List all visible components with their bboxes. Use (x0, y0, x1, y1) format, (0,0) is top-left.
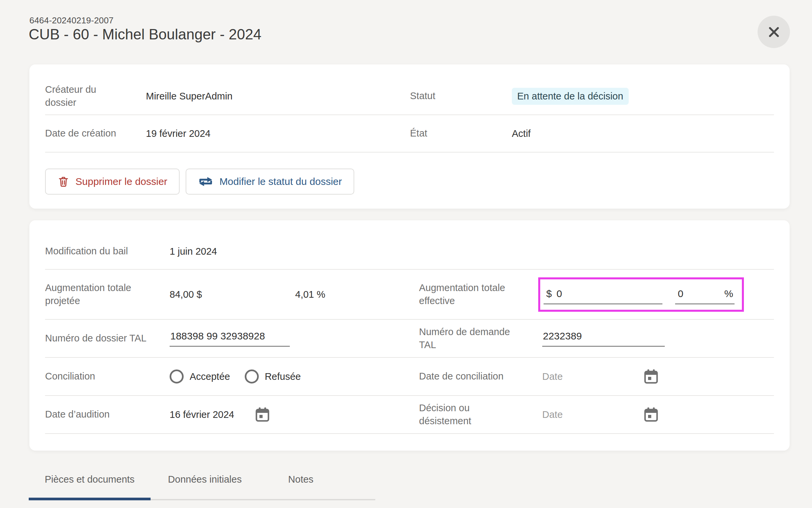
radio-refusee-label: Refusée (265, 371, 301, 382)
row-augmentation: Augmentation totale projetée 84,00 $ 4,0… (45, 270, 774, 320)
calendar-icon (643, 369, 659, 384)
radio-circle-icon (170, 370, 184, 383)
augmentation-projetee-percent: 4,01 % (295, 289, 325, 300)
status-badge: En attente de la décision (512, 88, 629, 105)
info-card: Créateur du dossier Mireille SuperAdmin … (29, 65, 789, 209)
etat-label: État (410, 127, 512, 140)
delete-dossier-button[interactable]: Supprimer le dossier (45, 169, 179, 195)
augmentation-effective-highlight-box: $ 0 0 % (538, 278, 744, 312)
date-audition-calendar-button[interactable] (255, 407, 270, 422)
conciliation-label: Conciliation (45, 370, 170, 383)
delete-dossier-label: Supprimer le dossier (76, 176, 167, 187)
effective-amount-value: 0 (557, 288, 562, 299)
effective-percent-input[interactable]: 0 % (675, 288, 735, 304)
row-modification-bail: Modification du bail 1 juin 2024 (45, 234, 774, 270)
dollar-prefix: $ (546, 288, 552, 299)
dossier-reference: 6464-20240219-2007 (29, 15, 114, 26)
createur-value: Mireille SuperAdmin (146, 91, 410, 102)
row-conciliation: Conciliation Acceptée Refusée Date de co… (45, 358, 774, 396)
tab-bar: Pièces et documents Données initiales No… (29, 474, 375, 500)
augmentation-projetee-label: Augmentation totale projetée (45, 281, 170, 307)
radio-option-refusee[interactable]: Refusée (245, 370, 301, 383)
transfer-arrows-icon (198, 176, 213, 187)
close-button[interactable] (758, 16, 790, 48)
tab-pieces-label: Pièces et documents (45, 474, 134, 484)
decision-calendar-button[interactable] (643, 407, 659, 422)
decision-date-placeholder: Date (542, 409, 563, 420)
row-dates: Date d’audition 16 février 2024 (45, 396, 774, 434)
etat-value: Actif (512, 128, 774, 139)
date-creation-label: Date de création (45, 127, 146, 140)
createur-label: Créateur du dossier (45, 83, 146, 109)
numero-demande-tal-label: Numéro de demande TAL (419, 326, 542, 351)
x-icon (767, 25, 781, 39)
percent-suffix: % (724, 288, 733, 299)
tab-notes-label: Notes (288, 474, 314, 484)
decision-date-field[interactable]: Date (542, 407, 659, 422)
modification-bail-label: Modification du bail (45, 245, 170, 258)
radio-acceptee-label: Acceptée (190, 371, 230, 382)
effective-percent-value: 0 (678, 288, 684, 299)
radio-circle-icon (245, 370, 259, 383)
date-audition-value: 16 février 2024 (170, 409, 234, 420)
modify-status-label: Modifier le statut du dossier (219, 176, 342, 187)
date-conciliation-field[interactable]: Date (542, 369, 659, 384)
tab-donnees-initiales[interactable]: Données initiales (151, 474, 259, 499)
modify-status-button[interactable]: Modifier le statut du dossier (186, 169, 354, 195)
page-title: CUB - 60 - Michel Boulanger - 2024 (29, 26, 261, 43)
dossier-detail-page: 6464-20240219-2007 CUB - 60 - Michel Bou… (0, 0, 812, 508)
numero-demande-tal-input[interactable] (542, 330, 665, 347)
calendar-icon (643, 407, 659, 422)
row-numeros-tal: Numéro de dossier TAL Numéro de demande … (45, 320, 774, 358)
date-audition-label: Date d’audition (45, 408, 170, 421)
active-tab-indicator (29, 498, 151, 500)
effective-amount-input[interactable]: $ 0 (543, 288, 662, 304)
augmentation-projetee-amount: 84,00 $ (170, 289, 295, 300)
date-conciliation-label: Date de conciliation (419, 370, 542, 383)
calendar-icon (255, 407, 270, 422)
decision-label: Décision ou désistement (419, 401, 542, 428)
modification-bail-value: 1 juin 2024 (170, 246, 419, 257)
info-row-creator-status: Créateur du dossier Mireille SuperAdmin … (45, 78, 774, 115)
numero-dossier-tal-label: Numéro de dossier TAL (45, 332, 170, 345)
numero-dossier-tal-input[interactable] (170, 330, 290, 347)
date-audition-field[interactable]: 16 février 2024 (170, 407, 270, 422)
tab-pieces-et-documents[interactable]: Pièces et documents (29, 474, 151, 499)
trash-icon (57, 176, 70, 187)
augmentation-effective-label: Augmentation totale effective (419, 281, 542, 307)
details-card: Modification du bail 1 juin 2024 Augment… (29, 220, 789, 451)
tab-donnees-label: Données initiales (168, 474, 242, 484)
info-row-date-etat: Date de création 19 février 2024 État Ac… (45, 115, 774, 153)
date-creation-value: 19 février 2024 (146, 128, 410, 139)
date-conciliation-placeholder: Date (542, 371, 563, 382)
info-card-actions: Supprimer le dossier Modifier le statut … (45, 169, 774, 195)
radio-option-acceptee[interactable]: Acceptée (170, 370, 230, 383)
tab-notes[interactable]: Notes (259, 474, 342, 499)
date-conciliation-calendar-button[interactable] (643, 369, 659, 384)
statut-label: Statut (410, 89, 512, 102)
